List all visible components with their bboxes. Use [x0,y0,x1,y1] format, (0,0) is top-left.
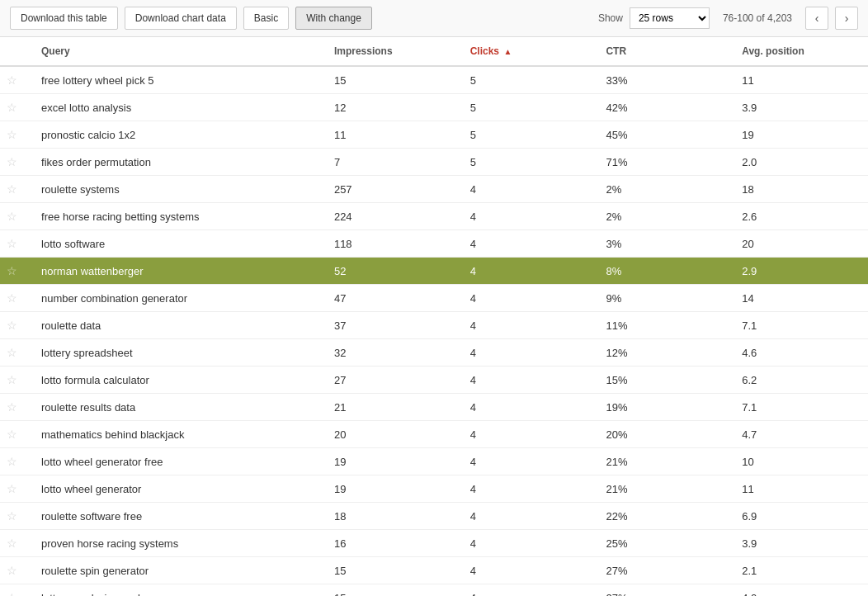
prev-page-button[interactable]: ‹ [805,7,828,30]
star-cell[interactable]: ☆ [0,530,31,557]
star-cell[interactable]: ☆ [0,121,31,149]
avgpos-cell: 4.7 [732,421,868,448]
avgpos-cell: 10 [732,448,868,475]
star-cell[interactable]: ☆ [0,285,31,312]
star-icon[interactable]: ☆ [7,564,17,577]
clicks-cell: 4 [460,584,597,597]
star-cell[interactable]: ☆ [0,367,31,394]
ctr-cell: 21% [596,475,732,503]
ctr-cell: 2% [596,176,732,203]
query-cell: proven horse racing systems [31,530,324,557]
clicks-cell: 4 [460,176,597,203]
star-icon[interactable]: ☆ [7,319,17,332]
table-row: ☆ number combination generator 47 4 9% 1… [0,285,868,312]
star-icon[interactable]: ☆ [7,264,17,277]
star-cell[interactable]: ☆ [0,149,31,176]
star-icon[interactable]: ☆ [7,482,17,495]
impressions-cell: 15 [324,584,460,597]
star-icon[interactable]: ☆ [7,182,17,196]
avgpos-cell: 3.9 [732,530,868,557]
star-icon[interactable]: ☆ [7,373,17,386]
star-cell[interactable]: ☆ [0,66,31,94]
impressions-cell: 15 [324,557,460,584]
star-cell[interactable]: ☆ [0,94,31,121]
star-icon[interactable]: ☆ [7,537,17,550]
table-row: ☆ pronostic calcio 1x2 11 5 45% 19 [0,121,868,149]
star-cell[interactable]: ☆ [0,339,31,367]
avgpos-cell: 6.2 [732,367,868,394]
table-row: ☆ roulette data 37 4 11% 7.1 [0,312,868,339]
star-icon[interactable]: ☆ [7,101,17,114]
query-cell: lottery analysis excel [31,584,324,597]
table-row: ☆ free lottery wheel pick 5 15 5 33% 11 [0,66,868,94]
avgpos-cell: 11 [732,475,868,503]
basic-button[interactable]: Basic [243,7,289,30]
star-cell[interactable]: ☆ [0,475,31,503]
star-icon[interactable]: ☆ [7,210,17,223]
clicks-cell: 5 [460,121,597,149]
download-table-button[interactable]: Download this table [10,7,118,30]
star-icon[interactable]: ☆ [7,155,17,168]
star-icon[interactable]: ☆ [7,291,17,305]
star-cell[interactable]: ☆ [0,258,31,285]
query-cell: pronostic calcio 1x2 [31,121,324,149]
star-cell[interactable]: ☆ [0,203,31,230]
query-cell: number combination generator [31,285,324,312]
impressions-cell: 257 [324,176,460,203]
query-cell: excel lotto analysis [31,94,324,121]
ctr-cell: 8% [596,258,732,285]
star-icon[interactable]: ☆ [7,591,17,596]
star-icon[interactable]: ☆ [7,73,17,87]
ctr-cell: 11% [596,312,732,339]
query-cell: norman wattenberger [31,258,324,285]
clicks-cell: 5 [460,149,597,176]
star-cell[interactable]: ☆ [0,448,31,475]
ctr-cell: 42% [596,94,732,121]
star-cell[interactable]: ☆ [0,312,31,339]
download-chart-button[interactable]: Download chart data [125,7,237,30]
next-page-button[interactable]: › [835,7,858,30]
col-header-ctr[interactable]: CTR [596,37,732,66]
star-icon[interactable]: ☆ [7,237,17,250]
ctr-cell: 27% [596,584,732,597]
pagination-info: 76-100 of 4,203 [723,12,792,24]
impressions-cell: 19 [324,448,460,475]
star-icon[interactable]: ☆ [7,455,17,468]
star-icon[interactable]: ☆ [7,346,17,359]
ctr-cell: 45% [596,121,732,149]
query-cell: roulette software free [31,503,324,530]
avgpos-cell: 11 [732,66,868,94]
query-cell: lotto wheel generator [31,475,324,503]
clicks-cell: 4 [460,503,597,530]
impressions-cell: 11 [324,121,460,149]
star-cell[interactable]: ☆ [0,503,31,530]
star-cell[interactable]: ☆ [0,176,31,203]
col-header-query[interactable]: Query [31,37,324,66]
table-row: ☆ lotto wheel generator 19 4 21% 11 [0,475,868,503]
col-header-impressions[interactable]: Impressions [324,37,460,66]
star-icon[interactable]: ☆ [7,128,17,141]
star-cell[interactable]: ☆ [0,421,31,448]
query-cell: roulette data [31,312,324,339]
col-header-avgpos[interactable]: Avg. position [732,37,868,66]
star-cell[interactable]: ☆ [0,230,31,258]
table-row: ☆ lottery analysis excel 15 4 27% 4.0 [0,584,868,597]
impressions-cell: 19 [324,475,460,503]
ctr-cell: 71% [596,149,732,176]
star-cell[interactable]: ☆ [0,557,31,584]
with-change-button[interactable]: With change [295,7,372,30]
ctr-cell: 9% [596,285,732,312]
star-icon[interactable]: ☆ [7,428,17,441]
star-cell[interactable]: ☆ [0,394,31,421]
table-row: ☆ mathematics behind blackjack 20 4 20% … [0,421,868,448]
rows-select[interactable]: 25 rows 10 rows 50 rows 100 rows [630,7,710,29]
col-header-clicks[interactable]: Clicks ▲ [460,37,597,66]
star-icon[interactable]: ☆ [7,400,17,414]
avgpos-cell: 3.9 [732,94,868,121]
sort-arrow-icon: ▲ [503,47,512,56]
table-row: ☆ roulette results data 21 4 19% 7.1 [0,394,868,421]
impressions-cell: 224 [324,203,460,230]
star-icon[interactable]: ☆ [7,509,17,523]
star-cell[interactable]: ☆ [0,584,31,597]
ctr-cell: 22% [596,503,732,530]
